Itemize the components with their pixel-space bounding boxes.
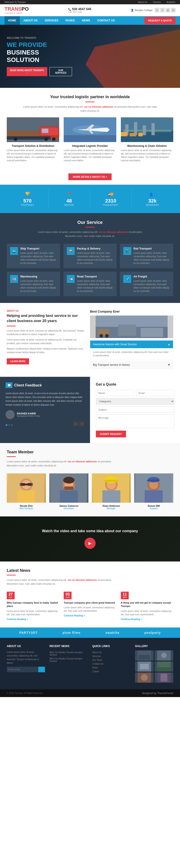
- nav-item-news[interactable]: News: [78, 16, 94, 25]
- footer-email-input[interactable]: [7, 666, 38, 672]
- service-link[interactable]: viu vo ellunum adidorem: [99, 230, 128, 233]
- read-more-2[interactable]: Continue Reading +: [64, 614, 85, 617]
- service-warehouse: 🏭 Warehousing Lorem ipsum dolor sit amet…: [7, 272, 60, 296]
- nav-item-pages[interactable]: Pages: [62, 16, 78, 25]
- nav-items: Home About Us Services Pages News Contac…: [4, 16, 118, 25]
- service-air: ✈️ Air Freight Lorem ipsum dolor sit ame…: [120, 272, 173, 296]
- carousel-prev[interactable]: ‹: [73, 422, 78, 426]
- svg-rect-21: [138, 133, 142, 136]
- news-divider: [7, 575, 16, 576]
- nav-item-home[interactable]: Home: [4, 16, 20, 25]
- team-member-simon: Simon DM Support: [134, 473, 173, 510]
- video-text: Watch the video and take some idea about…: [42, 529, 138, 533]
- service-packup: 📦 Packup & Delivery Lorem ipsum dolor si…: [64, 244, 117, 268]
- news-link[interactable]: viu vo ellunum adidorem: [68, 579, 97, 581]
- gallery-thumb-5[interactable]: [135, 673, 154, 683]
- feedback-section: 💬 Client Feedback Lorem ipsum dolor sit …: [0, 377, 90, 443]
- gplus-icon[interactable]: g: [166, 8, 170, 12]
- people-icon: 👥: [134, 191, 171, 197]
- quote-message-input[interactable]: [96, 415, 174, 428]
- facebook-icon[interactable]: f: [155, 8, 159, 12]
- top-link-analytics[interactable]: Analytics: [167, 1, 176, 3]
- about-label: About Us: [7, 310, 85, 312]
- trusted-description: Lorem ipsum dolor sit amet, consectetur …: [23, 105, 157, 113]
- svg-rect-28: [141, 328, 163, 337]
- svg-rect-13: [121, 131, 173, 142]
- accordion-item-1: Awesome feature with Great Service ▲ Lor…: [90, 340, 173, 360]
- footer-link-contact[interactable]: Contact Us: [92, 662, 131, 666]
- trusted-section: Your trusted logistic partner in worldwi…: [0, 88, 180, 185]
- footer-link-career[interactable]: Career: [92, 670, 131, 674]
- linkedin-icon[interactable]: in: [171, 8, 176, 12]
- service-rail: 🚂 Rail Transport Lorem ipsum dolor sit a…: [120, 244, 173, 268]
- footer: About Us Lorem ipsum dolor sit amet, con…: [0, 638, 180, 689]
- more-details-btn[interactable]: More Details About Us +: [68, 174, 112, 180]
- quote-email-input[interactable]: [136, 390, 175, 396]
- gallery-thumb-1[interactable]: [135, 650, 154, 660]
- header-contact: 📞 530 4547 545 530 4547 545: [68, 7, 92, 13]
- footer-link-team[interactable]: Our Team: [92, 658, 131, 662]
- footer-link-news[interactable]: News: [92, 666, 131, 670]
- top-link-careers[interactable]: Careers: [153, 1, 161, 3]
- gallery-thumb-3[interactable]: [135, 661, 154, 672]
- play-button[interactable]: ▶: [84, 537, 96, 549]
- footer-credit-link[interactable]: designed by ThemeForest: [142, 692, 173, 695]
- request-quote-button[interactable]: Request A Quote: [144, 17, 176, 24]
- truck-icon: 🚚: [92, 191, 129, 197]
- quote-submit-btn[interactable]: Submit Request: [96, 431, 126, 437]
- carousel-dots: [6, 424, 13, 426]
- carousel-dot-2[interactable]: [8, 424, 10, 426]
- quote-name-input[interactable]: [96, 390, 134, 396]
- footer-news-item-2[interactable]: Why You Really Choose transpor Service: [49, 657, 88, 663]
- stat-number-trophies: 570: [9, 198, 46, 204]
- hero-secondary-btn[interactable]: Our Services: [49, 67, 72, 76]
- about-paragraph3: Aliquam condimentum aliquet dolor volutp…: [7, 347, 85, 354]
- member-role-james: Developer: [49, 507, 88, 510]
- service-air-title: Air Freight: [134, 275, 170, 278]
- footer-email-btn[interactable]: →: [38, 666, 45, 672]
- gallery-thumb-4[interactable]: [154, 661, 173, 672]
- hero-title: WE PROVIDE BUSINESS SOLUTION: [7, 41, 72, 64]
- member-name-nicole: Nicole Doe: [7, 504, 46, 507]
- rail-icon: 🚂: [123, 247, 131, 255]
- accordion-title-1: Awesome feature with Great Service: [93, 343, 137, 346]
- nav-item-contact[interactable]: Contact Us: [94, 16, 118, 25]
- partner-logo-3: swatche: [106, 631, 119, 634]
- quote-subject-input[interactable]: [96, 406, 174, 413]
- trusted-link[interactable]: viu vo ellunum adidorem: [84, 105, 113, 108]
- svg-rect-3: [7, 136, 50, 140]
- service-title-transport: Transport Solution & Distribution: [7, 144, 59, 148]
- nav-item-services[interactable]: Services: [41, 16, 62, 25]
- gallery-thumb-6[interactable]: [154, 673, 173, 683]
- feedback-heading: 💬 Client Feedback: [6, 382, 84, 388]
- accordion-header-1[interactable]: Awesome feature with Great Service ▲: [90, 341, 173, 348]
- footer-link-services[interactable]: Services: [92, 654, 131, 658]
- svg-rect-60: [140, 664, 149, 669]
- svg-point-6: [52, 137, 56, 141]
- news-date-1: 27 JUL: [7, 592, 14, 599]
- learn-more-btn[interactable]: Learn More: [7, 358, 29, 364]
- quote-categories-select[interactable]: Categories: [96, 398, 174, 405]
- carousel-dot-3[interactable]: [11, 424, 13, 426]
- svg-point-4: [14, 137, 17, 141]
- gallery-thumb-2[interactable]: [154, 650, 173, 660]
- member-photo-nicole: [7, 473, 46, 503]
- footer-link-about[interactable]: About Us: [92, 650, 131, 654]
- header-phone: 📞 530 4547 545: [68, 7, 92, 11]
- hero-content: Welcome to Transpo WE PROVIDE BUSINESS S…: [0, 28, 79, 85]
- twitter-icon[interactable]: t: [160, 8, 165, 12]
- carousel-dot-1[interactable]: [6, 424, 7, 426]
- logo[interactable]: TRANSPO Transport & Logistic: [4, 6, 29, 14]
- top-link-about[interactable]: About Us: [138, 1, 147, 3]
- footer-news-item-1[interactable]: Why You Really Choose transpor Service: [49, 650, 88, 657]
- svg-rect-50: [145, 490, 163, 503]
- carousel-next[interactable]: ›: [79, 422, 84, 426]
- hero-primary-btn[interactable]: Read More About Transpo →: [7, 67, 47, 76]
- team-link[interactable]: viu vo ellunum adidorem: [68, 460, 97, 463]
- news-item-2: 03 AUG Transpo company give client great…: [64, 592, 116, 621]
- read-more-3[interactable]: Continue Reading +: [121, 618, 142, 620]
- news-grid: 27 JUL Why transpo company best in today…: [7, 592, 173, 621]
- nav-item-about[interactable]: About Us: [20, 16, 41, 25]
- read-more-1[interactable]: Continue Reading +: [7, 618, 28, 620]
- accordion-header-2[interactable]: Big Transport service in history ▼: [90, 361, 173, 369]
